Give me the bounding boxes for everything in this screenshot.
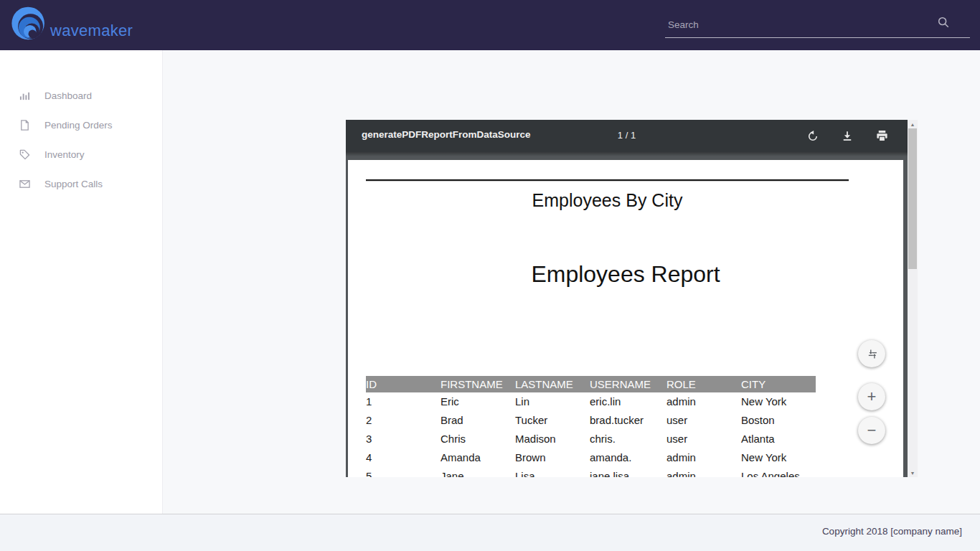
employees-table: ID FIRSTNAME LASTNAME USERNAME ROLE CITY… <box>366 376 816 477</box>
cell-lastname: Lisa <box>515 467 590 477</box>
pdf-page: Employees By City Employees Report ID FI… <box>348 160 903 477</box>
cell-id: 4 <box>366 448 440 467</box>
doc-section-heading: Employees By City <box>366 190 849 211</box>
brand-name: wavemaker <box>50 22 133 40</box>
sidebar: Dashboard Pending Orders Inventory Suppo… <box>0 50 163 514</box>
table-row: 4 Amanda Brown amanda. admin New York <box>366 448 816 467</box>
pdf-scrollbar[interactable]: ▲ ▼ <box>908 120 918 477</box>
column-header: LASTNAME <box>515 376 590 392</box>
scroll-up-arrow-icon[interactable]: ▲ <box>908 120 918 128</box>
rotate-icon[interactable] <box>804 128 821 145</box>
cell-username: brad.tucker <box>590 411 666 430</box>
cell-id: 3 <box>366 430 440 448</box>
table-header-row: ID FIRSTNAME LASTNAME USERNAME ROLE CITY <box>366 376 816 392</box>
cell-firstname: Chris <box>440 430 515 448</box>
sidebar-item-support-calls[interactable]: Support Calls <box>0 169 163 199</box>
wavemaker-logo-icon <box>9 4 49 46</box>
scrollbar-thumb[interactable] <box>908 128 917 269</box>
app-header: wavemaker <box>0 0 980 50</box>
table-row: 5 Jane Lisa jane.lisa admin Los Angeles <box>366 467 816 477</box>
table-row: 2 Brad Tucker brad.tucker user Boston <box>366 411 816 430</box>
sidebar-item-inventory[interactable]: Inventory <box>0 140 163 169</box>
envelope-icon <box>19 179 30 189</box>
cell-lastname: Tucker <box>515 411 590 430</box>
cell-city: Atlanta <box>741 430 816 448</box>
copyright-text: Copyright 2018 [company name] <box>822 526 962 537</box>
pdf-viewer: 1 / 1 generatePDFReportFromDataSource <box>346 120 918 477</box>
cell-city: New York <box>741 448 816 467</box>
fit-to-page-button[interactable] <box>858 340 885 367</box>
cell-role: admin <box>666 392 741 411</box>
cell-role: admin <box>666 448 741 467</box>
document-icon <box>19 120 30 131</box>
sidebar-item-label: Inventory <box>44 149 85 160</box>
bar-chart-icon <box>19 90 30 101</box>
sidebar-item-dashboard[interactable]: Dashboard <box>0 81 163 110</box>
cell-id: 2 <box>366 411 440 430</box>
search-icon[interactable] <box>937 16 950 29</box>
column-header: ID <box>366 376 440 392</box>
sidebar-item-pending-orders[interactable]: Pending Orders <box>0 110 163 140</box>
column-header: CITY <box>741 376 816 392</box>
horizontal-rule <box>366 179 849 182</box>
scroll-down-arrow-icon[interactable]: ▼ <box>908 468 918 477</box>
column-header: USERNAME <box>590 376 666 392</box>
main-content: 1 / 1 generatePDFReportFromDataSource <box>163 50 980 514</box>
download-icon[interactable] <box>839 128 856 145</box>
pdf-viewport[interactable]: Employees By City Employees Report ID FI… <box>346 152 908 477</box>
doc-report-title: Employees Report <box>348 261 903 288</box>
brand: wavemaker <box>9 4 133 46</box>
cell-username: eric.lin <box>590 392 666 411</box>
cell-firstname: Brad <box>440 411 515 430</box>
cell-firstname: Eric <box>440 392 515 411</box>
cell-username: chris. <box>590 430 666 448</box>
cell-lastname: Lin <box>515 392 590 411</box>
tag-icon <box>19 149 30 160</box>
cell-role: user <box>666 411 741 430</box>
cell-firstname: Jane <box>440 467 515 477</box>
sidebar-item-label: Pending Orders <box>44 120 113 131</box>
pdf-document-title: generatePDFReportFromDataSource <box>362 129 531 140</box>
cell-city: Los Angeles <box>741 467 816 477</box>
print-icon[interactable] <box>873 128 890 145</box>
cell-role: user <box>666 430 741 448</box>
cell-id: 1 <box>366 392 440 411</box>
search-input[interactable] <box>666 14 928 34</box>
cell-city: Boston <box>741 411 816 430</box>
search-field <box>665 10 970 38</box>
sidebar-item-label: Support Calls <box>44 179 103 189</box>
cell-username: jane.lisa <box>590 467 666 477</box>
cell-city: New York <box>741 392 816 411</box>
pdf-toolbar-actions <box>804 120 890 152</box>
app-footer: Copyright 2018 [company name] <box>0 514 980 551</box>
zoom-out-button[interactable]: − <box>858 417 885 444</box>
cell-lastname: Brown <box>515 448 590 467</box>
table-row: 1 Eric Lin eric.lin admin New York <box>366 392 816 411</box>
pdf-toolbar: 1 / 1 generatePDFReportFromDataSource <box>346 120 908 152</box>
zoom-in-button[interactable]: + <box>858 383 885 410</box>
cell-role: admin <box>666 467 741 477</box>
cell-firstname: Amanda <box>440 448 515 467</box>
cell-lastname: Madison <box>515 430 590 448</box>
table-row: 3 Chris Madison chris. user Atlanta <box>366 430 816 448</box>
sidebar-item-label: Dashboard <box>44 90 92 101</box>
cell-id: 5 <box>366 467 440 477</box>
column-header: FIRSTNAME <box>440 376 515 392</box>
column-header: ROLE <box>666 376 741 392</box>
cell-username: amanda. <box>590 448 666 467</box>
